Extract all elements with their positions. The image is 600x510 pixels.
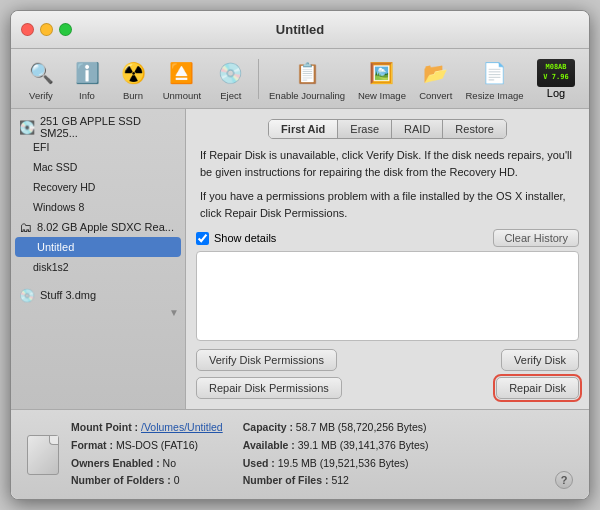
- available-row: Available : 39.1 MB (39,141,376 Bytes): [243, 437, 429, 455]
- tab-restore[interactable]: Restore: [443, 120, 506, 138]
- sidebar-item-untitled[interactable]: Untitled: [15, 237, 181, 257]
- available-label: Available :: [243, 439, 295, 451]
- eject-label: Eject: [220, 90, 241, 101]
- sidebar-item-mac-ssd[interactable]: Mac SSD: [11, 157, 185, 177]
- info-label: Info: [79, 90, 95, 101]
- maximize-button[interactable]: [59, 23, 72, 36]
- drive-icon: 💽: [19, 120, 35, 135]
- verify-toolbar-button[interactable]: 🔍 Verify: [19, 53, 63, 105]
- repair-disk-button[interactable]: Repair Disk: [496, 377, 579, 399]
- sidebar-divider: [11, 277, 185, 285]
- convert-icon: 📂: [420, 57, 452, 89]
- owners-row: Owners Enabled : No: [71, 455, 223, 473]
- enable-journaling-toolbar-button[interactable]: 📋 Enable Journaling: [264, 53, 351, 105]
- format-value: MS-DOS (FAT16): [116, 439, 198, 451]
- burn-label: Burn: [123, 90, 143, 101]
- tab-raid[interactable]: RAID: [392, 120, 443, 138]
- main-window: Untitled 🔍 Verify ℹ️ Info ☢️ Burn ⏏️ Unm…: [10, 10, 590, 500]
- journaling-icon: 📋: [291, 57, 323, 89]
- scroll-down-icon: ▼: [169, 307, 179, 318]
- help-button[interactable]: ?: [555, 471, 573, 489]
- show-details-row: Show details Clear History: [196, 229, 579, 247]
- sidebar-item-label: EFI: [33, 141, 49, 153]
- first-aid-description1: If Repair Disk is unavailable, click Ver…: [196, 147, 579, 180]
- sidebar-item-sdxc[interactable]: 🗂 8.02 GB Apple SDXC Rea...: [11, 217, 185, 237]
- log-output-area: [196, 251, 579, 341]
- sidebar-item-disk1s2[interactable]: disk1s2: [11, 257, 185, 277]
- new-image-icon: 🖼️: [366, 57, 398, 89]
- owners-value: No: [163, 457, 176, 469]
- used-value: 19.5 MB (19,521,536 Bytes): [278, 457, 409, 469]
- permissions-buttons-row: Verify Disk Permissions Verify Disk: [196, 349, 579, 371]
- sidebar-item-efi[interactable]: EFI: [11, 137, 185, 157]
- main-content: 💽 251 GB APPLE SSD SM25... EFI Mac SSD R…: [11, 109, 589, 409]
- tab-first-aid[interactable]: First Aid: [269, 120, 338, 138]
- burn-toolbar-button[interactable]: ☢️ Burn: [111, 53, 155, 105]
- files-value: 512: [331, 474, 349, 486]
- verify-disk-button[interactable]: Verify Disk: [501, 349, 579, 371]
- unmount-icon: ⏏️: [166, 57, 198, 89]
- sidebar-item-recovery-hd[interactable]: Recovery HD: [11, 177, 185, 197]
- used-label: Used :: [243, 457, 275, 469]
- sidebar-item-label: Untitled: [37, 241, 74, 253]
- used-row: Used : 19.5 MB (19,521,536 Bytes): [243, 455, 429, 473]
- folders-value: 0: [174, 474, 180, 486]
- log-toolbar-button[interactable]: M08AB V 7.96 Log: [531, 55, 581, 103]
- mount-point-label: Mount Point :: [71, 421, 138, 433]
- sidebar-item-windows8[interactable]: Windows 8: [11, 197, 185, 217]
- resize-icon: 📄: [479, 57, 511, 89]
- right-panel: First Aid Erase RAID Restore If Repair D…: [186, 109, 589, 409]
- dmg-icon: 💿: [19, 288, 35, 303]
- format-row: Format : MS-DOS (FAT16): [71, 437, 223, 455]
- sidebar-item-label: Mac SSD: [33, 161, 77, 173]
- convert-toolbar-button[interactable]: 📂 Convert: [413, 53, 458, 105]
- scroll-indicator: ▼: [11, 307, 185, 318]
- files-row: Number of Files : 512: [243, 472, 429, 490]
- info-col-right: Capacity : 58.7 MB (58,720,256 Bytes) Av…: [243, 419, 429, 490]
- clear-history-button[interactable]: Clear History: [493, 229, 579, 247]
- close-button[interactable]: [21, 23, 34, 36]
- unmount-toolbar-button[interactable]: ⏏️ Unmount: [157, 53, 207, 105]
- show-details-label: Show details: [214, 232, 276, 244]
- owners-label: Owners Enabled :: [71, 457, 160, 469]
- resize-image-label: Resize Image: [465, 90, 523, 101]
- tabs-bar: First Aid Erase RAID Restore: [196, 119, 579, 139]
- first-aid-description2: If you have a permissions problem with a…: [196, 188, 579, 221]
- capacity-row: Capacity : 58.7 MB (58,720,256 Bytes): [243, 419, 429, 437]
- window-title: Untitled: [276, 22, 324, 37]
- new-image-toolbar-button[interactable]: 🖼️ New Image: [352, 53, 411, 105]
- sidebar-item-stuff-dmg[interactable]: 💿 Stuff 3.dmg: [11, 285, 185, 305]
- format-label: Format :: [71, 439, 113, 451]
- log-icon: M08AB V 7.96: [537, 59, 575, 87]
- tab-erase[interactable]: Erase: [338, 120, 392, 138]
- sidebar: 💽 251 GB APPLE SSD SM25... EFI Mac SSD R…: [11, 109, 186, 409]
- show-details-checkbox[interactable]: [196, 232, 209, 245]
- eject-icon: 💿: [215, 57, 247, 89]
- capacity-label: Capacity :: [243, 421, 293, 433]
- eject-toolbar-button[interactable]: 💿 Eject: [209, 53, 253, 105]
- info-col-left: Mount Point : /Volumes/Untitled Format :…: [71, 419, 223, 490]
- info-columns: Mount Point : /Volumes/Untitled Format :…: [71, 419, 543, 490]
- available-value: 39.1 MB (39,141,376 Bytes): [298, 439, 429, 451]
- new-image-label: New Image: [358, 90, 406, 101]
- verify-disk-permissions-button[interactable]: Verify Disk Permissions: [196, 349, 337, 371]
- sidebar-item-label: disk1s2: [33, 261, 69, 273]
- folders-row: Number of Folders : 0: [71, 472, 223, 490]
- repair-disk-permissions-button[interactable]: Repair Disk Permissions: [196, 377, 342, 399]
- info-toolbar-button[interactable]: ℹ️ Info: [65, 53, 109, 105]
- toolbar: 🔍 Verify ℹ️ Info ☢️ Burn ⏏️ Unmount 💿 Ej…: [11, 49, 589, 109]
- sidebar-item-apple-ssd[interactable]: 💽 251 GB APPLE SSD SM25...: [11, 117, 185, 137]
- folders-label: Number of Folders :: [71, 474, 171, 486]
- burn-icon: ☢️: [117, 57, 149, 89]
- sidebar-item-label: 251 GB APPLE SSD SM25...: [40, 115, 177, 139]
- minimize-button[interactable]: [40, 23, 53, 36]
- sdcard-icon: 🗂: [19, 220, 32, 235]
- files-label: Number of Files :: [243, 474, 329, 486]
- log-label: Log: [547, 87, 565, 99]
- enable-journaling-label: Enable Journaling: [269, 90, 345, 101]
- mount-point-value[interactable]: /Volumes/Untitled: [141, 421, 223, 433]
- info-icon: ℹ️: [71, 57, 103, 89]
- resize-image-toolbar-button[interactable]: 📄 Resize Image: [460, 53, 529, 105]
- capacity-value: 58.7 MB (58,720,256 Bytes): [296, 421, 427, 433]
- sd-card-icon: [27, 435, 59, 475]
